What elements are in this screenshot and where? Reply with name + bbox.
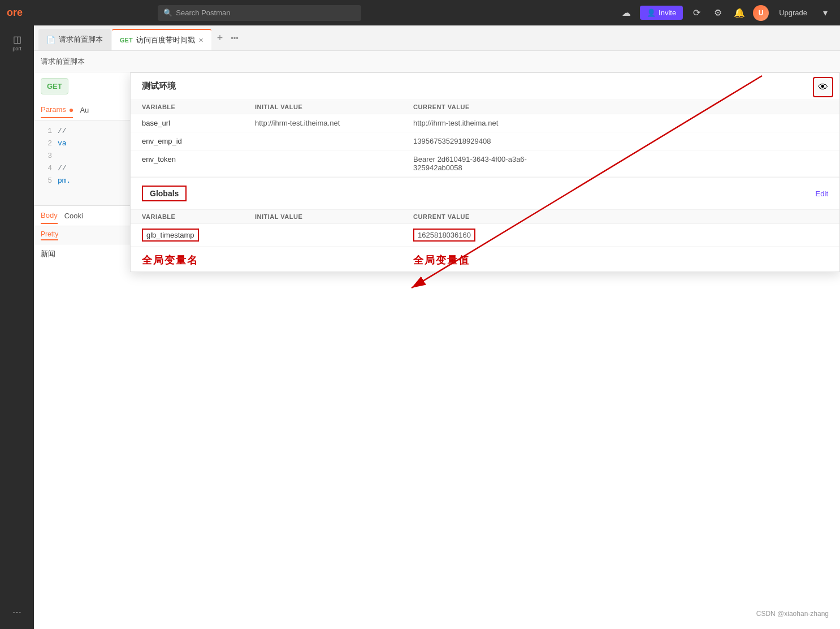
annotation-row: 全局变量名 全局变量值 <box>131 247 839 272</box>
tab-overflow-icon[interactable]: ••• <box>227 34 242 42</box>
globals-curr-highlight: 1625818036160 <box>413 229 475 242</box>
pretty-tab[interactable]: Pretty <box>41 230 58 240</box>
env-init-base-url: http://ihrm-test.itheima.net <box>255 119 413 127</box>
globals-col-current: CURRENT VALUE <box>413 213 828 220</box>
env-var-base-url: base_url <box>142 119 255 127</box>
chevron-down-icon[interactable]: ▾ <box>817 5 833 21</box>
sidebar: ◫ port ⋯ <box>0 25 34 629</box>
topbar: ore 🔍 Search Postman ☁ 👤 Invite ⟳ ⚙ 🔔 U … <box>0 0 840 25</box>
sidebar-more-icon: ⋯ <box>12 607 21 618</box>
footer: CSDN @xiaohan-zhang <box>756 610 829 618</box>
eye-button[interactable]: 👁 <box>813 77 833 97</box>
tab-request-label: 访问百度带时间戳 <box>136 35 195 45</box>
body-tab[interactable]: Body <box>41 208 58 224</box>
globals-col-variable: VARIABLE <box>142 213 255 220</box>
search-icon: 🔍 <box>163 8 172 17</box>
env-col-variable: VARIABLE <box>142 104 255 110</box>
globals-title-box: Globals <box>142 186 187 201</box>
content-area: 📄 请求前置脚本 GET 访问百度带时间戳 ✕ + ••• 请求前置脚本 测试环… <box>34 25 840 629</box>
upgrade-button[interactable]: Upgrade <box>774 6 812 19</box>
line-num-2: 2 <box>41 137 52 150</box>
globals-var-highlight: glb_timestamp <box>142 229 199 242</box>
search-bar[interactable]: 🔍 Search Postman <box>158 5 361 21</box>
prereq-header: 请求前置脚本 <box>34 51 840 72</box>
code-var-2: va <box>58 137 67 150</box>
globals-title: Globals <box>150 189 179 198</box>
globals-table-header: VARIABLE INITIAL VALUE CURRENT VALUE <box>131 209 839 224</box>
tab-method-badge: GET <box>120 37 133 44</box>
code-comment-4: // <box>58 162 67 175</box>
env-row-base-url: base_url http://ihrm-test.itheima.net ht… <box>131 114 839 132</box>
globals-col-initial: INITIAL VALUE <box>255 213 413 220</box>
globals-var-timestamp: glb_timestamp <box>142 229 255 242</box>
code-comment-1: // <box>58 125 67 137</box>
tab-request[interactable]: GET 访问百度带时间戳 ✕ <box>112 29 211 50</box>
settings-icon[interactable]: ⚙ <box>710 5 726 21</box>
tab-bar: 📄 请求前置脚本 GET 访问百度带时间戳 ✕ + ••• <box>34 25 840 51</box>
invite-button[interactable]: 👤 Invite <box>640 6 683 20</box>
sidebar-item-more[interactable]: ⋯ <box>5 600 29 624</box>
method-badge[interactable]: GET <box>41 78 68 94</box>
var-name-annotation: 全局变量名 <box>142 255 198 266</box>
tab-close-icon[interactable]: ✕ <box>198 37 203 44</box>
line-num-5: 5 <box>41 175 52 187</box>
line-num-1: 1 <box>41 125 52 137</box>
eye-icon: 👁 <box>818 81 828 93</box>
tab-prereq-label: 请求前置脚本 <box>59 35 103 45</box>
params-dot-indicator <box>70 109 73 112</box>
avatar[interactable]: U <box>753 5 769 21</box>
footer-label: CSDN @xiaohan-zhang <box>756 610 829 618</box>
env-section-header: 测试环境 Edit <box>131 73 839 100</box>
cloud-icon[interactable]: ☁ <box>618 5 634 21</box>
globals-header: Globals Edit <box>131 178 839 209</box>
params-tab-label: Params <box>41 105 66 114</box>
topbar-actions: ☁ 👤 Invite ⟳ ⚙ 🔔 U Upgrade ▾ <box>618 5 833 21</box>
tab-folder-icon: 📄 <box>46 36 55 44</box>
invite-icon: 👤 <box>647 8 656 17</box>
annotation-var-name: 全局变量名 <box>142 253 255 267</box>
globals-edit-link[interactable]: Edit <box>816 189 828 198</box>
env-var-token: env_token <box>142 155 255 163</box>
tab-prereq[interactable]: 📄 请求前置脚本 <box>38 29 111 50</box>
env-curr-base-url: http://ihrm-test.itheima.net <box>413 119 828 127</box>
prereq-label: 请求前置脚本 <box>41 57 85 67</box>
env-curr-token: Bearer 2d610491-3643-4f00-a3a6-325942ab0… <box>413 155 828 172</box>
env-row-emp-id: env_emp_id 13956753529189294​08 <box>131 132 839 150</box>
cookies-tab[interactable]: Cooki <box>64 208 83 223</box>
globals-section: Globals Edit VARIABLE INITIAL VALUE CURR… <box>131 178 839 272</box>
env-row-token: env_token Bearer 2d610491-3643-4f00-a3a6… <box>131 150 839 177</box>
var-value-annotation: 全局变量值 <box>413 255 470 266</box>
sidebar-port-icon: ◫ <box>13 34 21 45</box>
env-section: 测试环境 Edit VARIABLE INITIAL VALUE CURRENT… <box>131 73 839 178</box>
invite-label: Invite <box>659 8 676 17</box>
annotation-var-value: 全局变量值 <box>413 253 828 267</box>
main-layout: ◫ port ⋯ 📄 请求前置脚本 GET 访问百度带时间戳 ✕ + ••• 请… <box>0 25 840 629</box>
env-section-title: 测试环境 <box>142 81 176 92</box>
app-logo: ore <box>7 7 23 19</box>
env-overlay-panel: 测试环境 Edit VARIABLE INITIAL VALUE CURRENT… <box>130 72 840 272</box>
sync-icon[interactable]: ⟳ <box>689 5 704 21</box>
env-curr-emp-id: 13956753529189294​08 <box>413 137 828 145</box>
env-col-initial: INITIAL VALUE <box>255 104 413 110</box>
auth-tab[interactable]: Au <box>80 102 89 118</box>
bell-icon[interactable]: 🔔 <box>731 5 747 21</box>
env-table-header: VARIABLE INITIAL VALUE CURRENT VALUE <box>131 100 839 114</box>
line-num-3: 3 <box>41 150 52 162</box>
env-col-current: CURRENT VALUE <box>413 104 828 110</box>
request-area: 测试环境 ▾ 👁 GET Params Au <box>34 72 840 629</box>
sidebar-port-label: port <box>12 46 21 51</box>
globals-row-timestamp: glb_timestamp 1625818036160 <box>131 224 839 247</box>
globals-curr-timestamp: 1625818036160 <box>413 229 828 242</box>
tab-add-button[interactable]: + <box>213 32 228 44</box>
response-text: 新闻 <box>41 249 55 258</box>
line-num-4: 4 <box>41 162 52 175</box>
search-placeholder: Search Postman <box>176 8 230 17</box>
sidebar-item-port[interactable]: ◫ port <box>5 30 29 55</box>
params-tab[interactable]: Params <box>41 102 73 118</box>
env-var-emp-id: env_emp_id <box>142 137 255 145</box>
code-var-5: pm. <box>58 175 71 187</box>
auth-tab-label: Au <box>80 106 89 114</box>
